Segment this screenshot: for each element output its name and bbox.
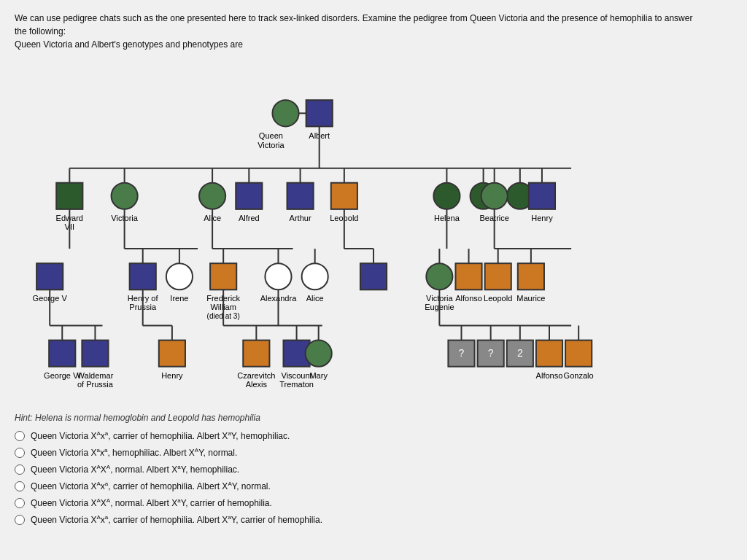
mary-label: Mary xyxy=(309,371,328,380)
option-4[interactable]: Queen Victoria XAxa, carrier of hemophil… xyxy=(15,481,732,491)
beatrice-symbol xyxy=(481,183,508,209)
queen-victoria-label2: Victoria xyxy=(258,141,285,149)
albert-symbol xyxy=(306,100,333,126)
alice-symbol xyxy=(199,183,225,209)
intro-line3: Queen Victoria and Albert's genotypes an… xyxy=(15,39,243,50)
page: We can use pedigree chats such as the on… xyxy=(0,0,747,560)
henry-gen4-label: Henry xyxy=(161,371,183,380)
option-2-text: Queen Victoria Xaxa, hemophiliac. Albert… xyxy=(31,447,237,458)
option-5-text: Queen Victoria XAXA, normal. Albert XaY,… xyxy=(31,497,272,508)
intro-line1: We can use pedigree chats such as the on… xyxy=(15,13,692,23)
george-v-symbol xyxy=(36,263,63,289)
czarevitch-alexis-label: Czarevitch xyxy=(237,371,275,380)
option-6[interactable]: Queen Victoria XAxa, carrier of hemophil… xyxy=(15,514,732,525)
czarevitch-alexis-symbol xyxy=(243,341,269,367)
unknown1-label: ? xyxy=(459,347,465,359)
radio-6[interactable] xyxy=(15,515,25,525)
alfonso-gen3-label: Alfonso xyxy=(455,294,482,303)
edward-vii-symbol xyxy=(56,183,82,209)
alfred-label: Alfred xyxy=(239,214,260,222)
george-vi-symbol xyxy=(49,341,75,367)
radio-1[interactable] xyxy=(15,431,25,441)
intro-line2: the following: xyxy=(15,26,66,36)
maurice-label: Maurice xyxy=(516,294,545,303)
option-1[interactable]: Queen Victoria XAxa, carrier of hemophil… xyxy=(15,430,732,441)
arthur-label: Arthur xyxy=(290,214,311,222)
victoria-daughter-symbol xyxy=(112,183,138,209)
gonzalo-label: Gonzalo xyxy=(564,371,594,380)
unknown2-label: ? xyxy=(488,347,494,359)
option-3[interactable]: Queen Victoria XAXA, normal. Albert XaY,… xyxy=(15,464,732,475)
alice-gen3-symbol xyxy=(302,263,328,289)
queen-victoria-symbol xyxy=(272,100,298,126)
intro-text: We can use pedigree chats such as the on… xyxy=(15,12,732,51)
victoria-eugenie-symbol xyxy=(426,263,452,289)
gonzalo-symbol xyxy=(565,341,592,367)
queen-victoria-label: Queen xyxy=(259,131,283,140)
option-5[interactable]: Queen Victoria XAXA, normal. Albert XaY,… xyxy=(15,497,732,508)
henry-gen2-symbol xyxy=(529,183,555,209)
radio-5[interactable] xyxy=(15,498,25,508)
radio-2[interactable] xyxy=(15,448,25,458)
irene-label: Irene xyxy=(170,294,188,303)
alfonso-gen4-label: Alfonso xyxy=(536,371,563,380)
alice-gen3-label: Alice xyxy=(306,294,324,303)
leopold-son-symbol xyxy=(360,263,387,289)
radio-4[interactable] xyxy=(15,481,25,491)
henry-gen2-label: Henry xyxy=(531,214,553,222)
option-4-text: Queen Victoria XAxa, carrier of hemophil… xyxy=(31,481,271,491)
alfonso-gen3-symbol xyxy=(455,263,481,289)
alexandra-symbol xyxy=(265,263,291,289)
leopold-gen3-symbol xyxy=(485,263,511,289)
henry-gen4-symbol xyxy=(159,341,185,367)
waldemar-symbol xyxy=(82,341,108,367)
arthur-symbol xyxy=(287,183,314,209)
irene-symbol xyxy=(166,263,193,289)
pedigree-chart: Queen Victoria Albert Edward VII Victori… xyxy=(15,63,732,405)
alfonso-gen4-symbol xyxy=(536,341,562,367)
radio-3[interactable] xyxy=(15,464,25,475)
maurice-symbol xyxy=(518,263,544,289)
mary-symbol xyxy=(306,341,332,367)
option-2[interactable]: Queen Victoria Xaxa, hemophiliac. Albert… xyxy=(15,447,732,458)
pedigree-svg: Queen Victoria Albert Edward VII Victori… xyxy=(15,63,732,405)
henry-prussia-symbol xyxy=(130,263,156,289)
leopold-gen3-label: Leopold xyxy=(484,294,512,303)
czarevitch-alexis-label2: Alexis xyxy=(246,380,268,389)
george-vi-label: George VI xyxy=(44,371,80,380)
alfred-symbol xyxy=(236,183,262,209)
helena-symbol xyxy=(433,183,460,209)
waldemar-label: Waldemar xyxy=(77,371,114,380)
options-list: Queen Victoria XAxa, carrier of hemophil… xyxy=(15,430,732,525)
waldemar-label2: of Prussia xyxy=(77,380,114,389)
option-1-text: Queen Victoria XAxa, carrier of hemophil… xyxy=(31,430,290,441)
leopold-symbol xyxy=(331,183,357,209)
option-6-text: Queen Victoria XAxa, carrier of hemophil… xyxy=(31,514,322,525)
viscount-label: Viscount xyxy=(282,371,312,380)
viscount-label2: Trematon xyxy=(279,380,314,389)
option-3-text: Queen Victoria XAXA, normal. Albert XaY,… xyxy=(31,464,239,475)
unknown3-label: 2 xyxy=(517,347,523,359)
frederick-william-symbol xyxy=(210,263,236,289)
hint-text: Hint: Helena is normal hemoglobin and Le… xyxy=(15,413,732,423)
